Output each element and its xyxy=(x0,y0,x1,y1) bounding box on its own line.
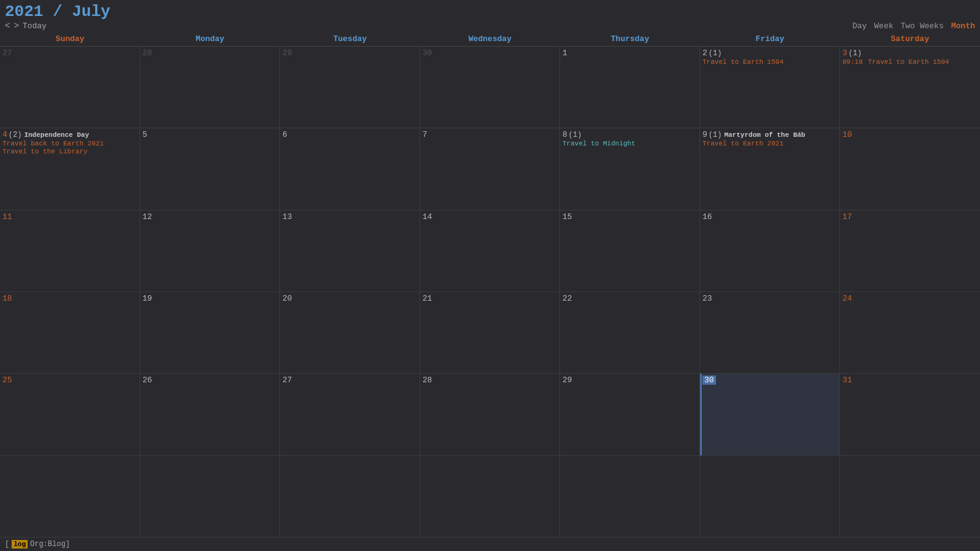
day-cell[interactable]: 13 xyxy=(280,210,420,291)
view-two-weeks[interactable]: Two Weeks xyxy=(901,21,944,31)
day-cell[interactable]: 5 xyxy=(140,128,280,209)
today-button[interactable]: Today xyxy=(23,21,47,31)
day-cell[interactable]: 30 xyxy=(420,47,560,128)
day-number: 3 xyxy=(842,48,847,58)
day-number-row: 19 xyxy=(142,294,277,303)
week-row-3: 18192021222324 xyxy=(0,292,980,374)
day-number: 24 xyxy=(842,294,852,303)
day-cell[interactable] xyxy=(560,456,700,537)
day-cell[interactable]: 4 (2)Independence DayTravel back to Eart… xyxy=(0,128,140,209)
day-cell[interactable]: 18 xyxy=(0,292,140,373)
event-line[interactable]: 09:18 Travel to Earth 1504 xyxy=(842,58,978,66)
view-week[interactable]: Week xyxy=(874,21,893,31)
event-line[interactable]: Travel to Midnight xyxy=(562,140,697,147)
day-number-row: 8 (1) xyxy=(562,130,697,139)
day-number-row: 27 xyxy=(282,376,417,385)
event-line[interactable]: Travel back to Earth 2021 xyxy=(2,140,137,147)
day-number: 26 xyxy=(142,376,152,385)
day-number: 15 xyxy=(562,212,572,222)
day-number: 30 xyxy=(422,48,432,58)
day-number: 7 xyxy=(422,130,427,139)
day-number-row: 14 xyxy=(422,212,557,222)
day-cell[interactable]: 6 xyxy=(280,128,420,209)
view-month[interactable]: Month xyxy=(951,21,975,31)
day-number-row: 29 xyxy=(562,376,697,385)
day-cell[interactable]: 21 xyxy=(420,292,560,373)
day-cell[interactable]: 14 xyxy=(420,210,560,291)
event-count: (1) xyxy=(709,131,722,139)
day-cell[interactable]: 26 xyxy=(140,374,280,455)
event-time: 09:18 xyxy=(842,58,867,66)
day-cell[interactable]: 31 xyxy=(840,374,980,455)
day-number-row: 2 (1) xyxy=(702,48,837,58)
day-cell[interactable] xyxy=(420,456,560,537)
page-title: 2021 / July xyxy=(5,2,975,21)
day-number: 17 xyxy=(842,212,852,222)
day-number: 10 xyxy=(842,130,852,139)
day-cell[interactable]: 27 xyxy=(0,47,140,128)
day-number: 30 xyxy=(702,376,716,385)
day-header-sunday: Sunday xyxy=(0,32,140,46)
event-count: (1) xyxy=(849,49,862,58)
day-cell[interactable] xyxy=(700,456,840,537)
day-cell[interactable]: 29 xyxy=(280,47,420,128)
day-cell[interactable]: 9 (1)Martyrdom of the BábTravel to Earth… xyxy=(700,128,840,209)
week-row-5 xyxy=(0,456,980,538)
day-number-row: 28 xyxy=(422,376,557,385)
day-cell[interactable]: 20 xyxy=(280,292,420,373)
week-row-1: 4 (2)Independence DayTravel back to Eart… xyxy=(0,128,980,210)
day-cell[interactable]: 16 xyxy=(700,210,840,291)
day-cell[interactable]: 11 xyxy=(0,210,140,291)
day-cell[interactable]: 25 xyxy=(0,374,140,455)
day-cell[interactable]: 22 xyxy=(560,292,700,373)
day-header-friday: Friday xyxy=(700,32,840,46)
footer: [ log Org:Blog] xyxy=(0,538,980,551)
day-cell[interactable]: 3 (1)09:18 Travel to Earth 1504 xyxy=(840,47,980,128)
day-cell[interactable]: 1 xyxy=(560,47,700,128)
day-cell[interactable]: 10 xyxy=(840,128,980,209)
day-number: 28 xyxy=(142,48,152,58)
event-count: (1) xyxy=(569,131,582,139)
holiday-label: Independence Day xyxy=(24,131,89,139)
day-number-row: 10 xyxy=(842,130,978,139)
prev-button[interactable]: < xyxy=(5,21,10,31)
week-row-0: 2728293012 (1)Travel to Earth 15043 (1)0… xyxy=(0,47,980,128)
day-cell[interactable] xyxy=(280,456,420,537)
day-cell[interactable]: 30 xyxy=(700,374,840,455)
calendar: SundayMondayTuesdayWednesdayThursdayFrid… xyxy=(0,32,980,538)
day-cell[interactable]: 28 xyxy=(140,47,280,128)
day-cell[interactable] xyxy=(840,456,980,537)
day-number-row: 1 xyxy=(562,48,697,58)
day-number: 5 xyxy=(142,130,147,139)
day-cell[interactable]: 12 xyxy=(140,210,280,291)
day-cell[interactable]: 23 xyxy=(700,292,840,373)
day-number-row: 3 (1) xyxy=(842,48,978,58)
day-number: 11 xyxy=(2,212,12,222)
day-header-monday: Monday xyxy=(140,32,280,46)
today-indicator xyxy=(700,374,702,455)
day-header-saturday: Saturday xyxy=(840,32,980,46)
day-cell[interactable]: 24 xyxy=(840,292,980,373)
day-number: 22 xyxy=(562,294,572,303)
day-cell[interactable]: 17 xyxy=(840,210,980,291)
day-cell[interactable]: 7 xyxy=(420,128,560,209)
day-cell[interactable]: 29 xyxy=(560,374,700,455)
event-line[interactable]: Travel to Earth 1504 xyxy=(702,58,837,66)
next-button[interactable]: > xyxy=(14,21,18,31)
day-number: 25 xyxy=(2,376,12,385)
day-cell[interactable]: 27 xyxy=(280,374,420,455)
view-day[interactable]: Day xyxy=(852,21,866,31)
event-line[interactable]: Travel to Earth 2021 xyxy=(702,140,837,147)
day-number: 1 xyxy=(562,48,567,58)
day-cell[interactable]: 8 (1)Travel to Midnight xyxy=(560,128,700,209)
day-cell[interactable]: 15 xyxy=(560,210,700,291)
day-cell[interactable] xyxy=(0,456,140,537)
day-cell[interactable]: 19 xyxy=(140,292,280,373)
day-headers: SundayMondayTuesdayWednesdayThursdayFrid… xyxy=(0,32,980,47)
day-cell[interactable]: 2 (1)Travel to Earth 1504 xyxy=(700,47,840,128)
day-cell[interactable]: 28 xyxy=(420,374,560,455)
event-line[interactable]: Travel to the Library xyxy=(2,148,137,155)
day-cell[interactable] xyxy=(140,456,280,537)
day-header-wednesday: Wednesday xyxy=(420,32,560,46)
nav-row: < > Today Day Week Two Weeks Month xyxy=(5,21,975,31)
